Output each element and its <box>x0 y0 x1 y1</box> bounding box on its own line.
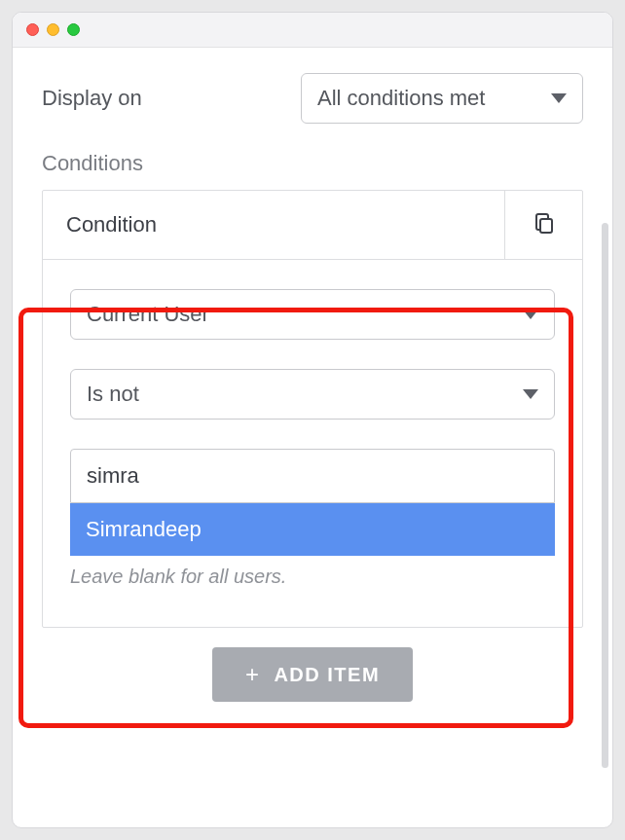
condition-value-hint: Leave blank for all users. <box>70 566 555 588</box>
content-area: Display on All conditions met Conditions… <box>13 48 612 827</box>
display-on-row: Display on All conditions met <box>42 73 583 124</box>
window-titlebar <box>13 13 612 48</box>
condition-field-select[interactable]: Current User <box>70 289 555 340</box>
plus-icon: + <box>245 663 261 686</box>
condition-field-value: Current User <box>87 302 209 327</box>
condition-value-wrap: Simrandeep <box>70 449 555 556</box>
condition-card-title: Condition <box>43 191 504 259</box>
chevron-down-icon <box>523 310 538 319</box>
condition-value-group: Simrandeep Leave blank for all users. <box>70 449 555 588</box>
duplicate-condition-button[interactable] <box>504 191 582 259</box>
svg-rect-0 <box>540 219 552 233</box>
scrollbar[interactable] <box>602 223 608 768</box>
chevron-down-icon <box>523 389 538 399</box>
copy-icon <box>533 211 556 238</box>
minimize-window-button[interactable] <box>47 23 59 36</box>
close-window-button[interactable] <box>26 23 39 36</box>
add-item-button[interactable]: + ADD ITEM <box>212 647 413 702</box>
condition-operator-value: Is not <box>87 382 139 407</box>
condition-card: Condition Current User Is not <box>42 190 583 628</box>
display-on-value: All conditions met <box>317 86 485 111</box>
condition-value-input[interactable] <box>70 449 555 503</box>
condition-card-header: Condition <box>43 191 582 260</box>
chevron-down-icon <box>551 93 567 103</box>
window-controls <box>26 23 80 36</box>
maximize-window-button[interactable] <box>67 23 80 36</box>
add-item-label: ADD ITEM <box>274 664 380 686</box>
conditions-section-label: Conditions <box>42 151 583 176</box>
condition-card-body: Current User Is not Simrandeep Leave bla… <box>43 260 582 627</box>
autocomplete-option[interactable]: Simrandeep <box>70 503 555 556</box>
display-on-select[interactable]: All conditions met <box>301 73 583 124</box>
display-on-label: Display on <box>42 86 142 111</box>
condition-operator-select[interactable]: Is not <box>70 369 555 420</box>
settings-window: Display on All conditions met Conditions… <box>12 12 613 828</box>
